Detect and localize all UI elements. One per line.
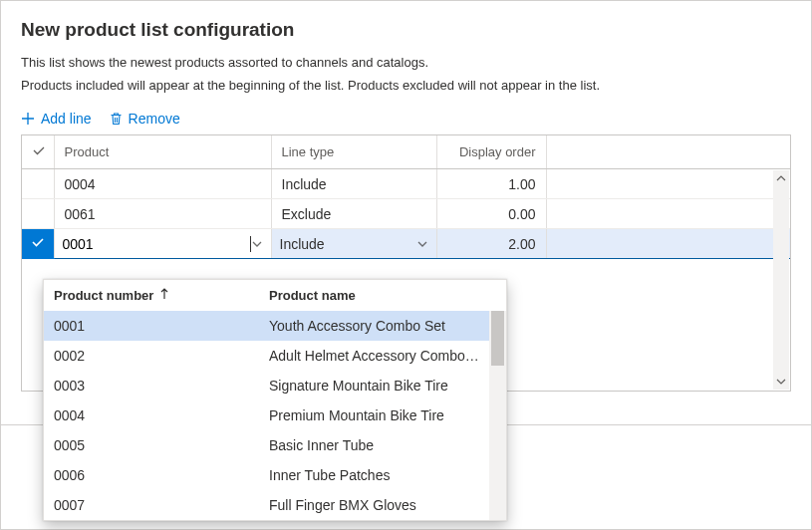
row-selected-indicator[interactable] [22,229,54,259]
display-order-cell[interactable]: 0.00 [437,200,546,228]
lookup-product-name: Signature Mountain Bike Tire [269,378,496,394]
add-line-label: Add line [41,111,92,127]
remove-label: Remove [129,111,180,127]
lookup-header: Product number Product name [44,280,506,311]
table-row-active[interactable]: Include2.00 [22,229,790,259]
grid-scrollbar[interactable] [773,170,789,390]
lookup-product-name: Premium Mountain Bike Tire [269,407,496,423]
line-type-dropdown[interactable]: Include [272,229,436,258]
blank-cell [546,199,790,229]
product-input[interactable] [63,230,249,258]
row-checkbox[interactable] [22,199,54,229]
lookup-product-name: Full Finger BMX Gloves [269,497,496,513]
lookup-row[interactable]: 0002Adult Helmet Accessory Combo… [44,341,506,371]
blank-cell [546,229,790,259]
scrollbar-thumb[interactable] [491,311,504,366]
product-lookup-panel: Product number Product name 0001Youth Ac… [43,279,507,521]
page-title: New product list configuration [21,19,791,41]
lookup-header-name[interactable]: Product name [269,288,496,303]
column-header-line-type[interactable]: Line type [271,135,436,169]
line-type-cell[interactable]: Include [272,170,436,198]
column-header-blank [546,135,790,169]
chevron-down-icon [416,238,428,250]
select-all-header[interactable] [22,135,54,169]
lookup-product-number: 0003 [54,378,269,394]
lookup-product-name: Basic Inner Tube [269,437,496,453]
lookup-scrollbar[interactable] [489,311,506,520]
product-cell[interactable]: 0004 [55,170,271,198]
lookup-product-name: Adult Helmet Accessory Combo… [269,348,496,364]
chevron-down-icon[interactable] [251,238,263,250]
display-order-cell[interactable]: 1.00 [437,170,546,198]
lookup-header-number[interactable]: Product number [54,288,269,303]
lookup-product-name: Inner Tube Patches [269,467,496,483]
lookup-product-number: 0005 [54,437,269,453]
table-row[interactable]: 0004Include1.00 [22,169,790,199]
lookup-product-name: Youth Accessory Combo Set [269,318,496,334]
description-line-2: Products included will appear at the beg… [21,78,791,93]
lookup-product-number: 0004 [54,407,269,423]
product-input-cell [55,229,271,258]
config-panel: New product list configuration This list… [0,0,812,530]
display-order-cell[interactable]: 2.00 [437,230,546,258]
lookup-product-number: 0006 [54,467,269,483]
lookup-row[interactable]: 0007Full Finger BMX Gloves [44,490,506,520]
column-header-display-order[interactable]: Display order [436,135,546,169]
product-cell[interactable]: 0061 [55,200,271,228]
scroll-up-icon[interactable] [773,170,789,186]
lookup-row[interactable]: 0005Basic Inner Tube [44,430,506,460]
lookup-row[interactable]: 0006Inner Tube Patches [44,460,506,490]
lookup-product-number: 0007 [54,497,269,513]
lookup-row[interactable]: 0004Premium Mountain Bike Tire [44,400,506,430]
description-line-1: This list shows the newest products asso… [21,55,791,70]
blank-cell [546,169,790,199]
plus-icon [21,112,35,126]
remove-button[interactable]: Remove [110,111,180,127]
add-line-button[interactable]: Add line [21,111,92,127]
toolbar: Add line Remove [21,111,791,127]
scroll-down-icon[interactable] [773,374,789,390]
row-checkbox[interactable] [22,169,54,199]
lookup-product-number: 0001 [54,318,269,334]
lookup-product-number: 0002 [54,348,269,364]
column-header-product[interactable]: Product [54,135,271,169]
table-row[interactable]: 0061Exclude0.00 [22,199,790,229]
lookup-row[interactable]: 0003Signature Mountain Bike Tire [44,371,506,400]
lookup-row[interactable]: 0001Youth Accessory Combo Set [44,311,506,341]
trash-icon [110,112,123,126]
line-type-cell[interactable]: Exclude [272,200,436,228]
sort-asc-icon [159,288,169,303]
